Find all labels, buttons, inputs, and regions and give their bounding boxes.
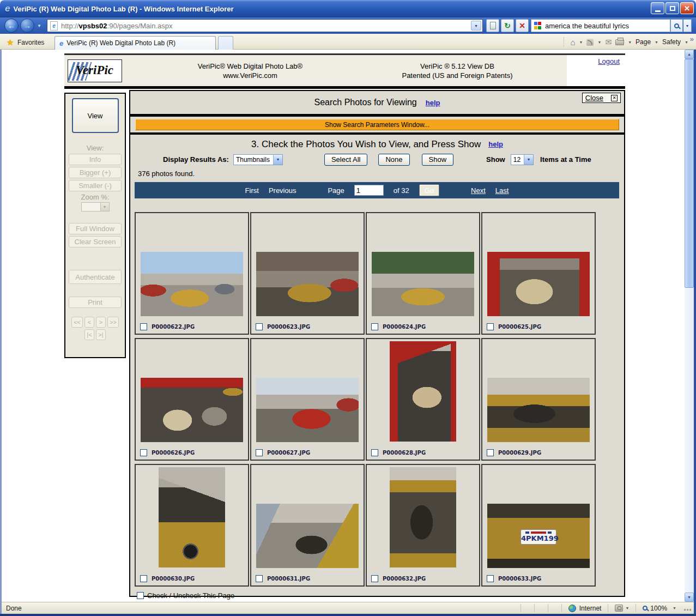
page-number-input[interactable] (354, 185, 384, 196)
bigger-button[interactable]: Bigger (+) (69, 167, 122, 178)
check-uncheck-page-checkbox[interactable] (137, 592, 144, 599)
photo-thumbnail[interactable] (256, 378, 359, 442)
safety-menu-button[interactable]: Safety (662, 38, 681, 46)
show-button[interactable]: Show (422, 154, 454, 166)
nav-forward-button[interactable]: > (96, 317, 106, 328)
clear-screen-button[interactable]: Clear Screen (69, 236, 122, 247)
photo-thumbnail[interactable] (141, 252, 243, 316)
smaller-button[interactable]: Smaller (-) (69, 180, 122, 191)
none-button[interactable]: None (378, 154, 409, 166)
page-dropdown-icon[interactable]: ▼ (655, 40, 658, 44)
show-search-parameters-button[interactable]: Show Search Parameters Window... (135, 119, 619, 130)
protected-mode-dropdown-icon[interactable]: ▼ (625, 606, 629, 610)
page-menu-button[interactable]: Page (636, 38, 651, 46)
photo-thumbnail[interactable] (159, 467, 225, 567)
minimize-button[interactable] (651, 2, 664, 14)
back-button[interactable]: ← (4, 19, 19, 33)
go-button[interactable]: Go (419, 184, 439, 196)
info-button[interactable]: Info (69, 154, 122, 165)
tab-veripic[interactable]: e VeriPic (R) Web Digital Photo Lab (R) (55, 36, 216, 50)
search-box[interactable]: america the beautiful lyrics (531, 19, 670, 32)
scroll-down-button[interactable]: ▼ (685, 593, 694, 602)
home-button[interactable]: ⌂ (570, 38, 575, 47)
photo-checkbox[interactable] (371, 323, 378, 330)
favorites-button[interactable]: Favorites (17, 39, 44, 46)
zoom-dropdown-icon[interactable]: ▼ (673, 606, 676, 610)
photo-checkbox[interactable] (256, 449, 263, 456)
toolbar-overflow-chevron[interactable]: » (690, 35, 694, 43)
compatibility-view-button[interactable] (486, 19, 499, 32)
page-viewport: VeriPic VeriPic® Web Digital Photo Lab® … (2, 50, 685, 602)
photo-checkbox[interactable] (487, 449, 494, 456)
title-help-link[interactable]: help (426, 99, 440, 107)
url-text[interactable]: http://vpsbs02:90/pages/Main.aspx (61, 22, 173, 30)
print-dropdown-icon[interactable]: ▼ (628, 40, 632, 44)
zoom-select[interactable]: ▼ (81, 202, 110, 212)
print-photo-button[interactable]: Print (69, 297, 122, 308)
nav-first-button[interactable]: |< (84, 329, 94, 340)
photo-checkbox[interactable] (256, 323, 263, 330)
refresh-button[interactable]: ↻ (501, 19, 514, 32)
vertical-scrollbar[interactable]: ▲ ▼ (685, 50, 694, 602)
authenticate-button[interactable]: Authenticate (69, 270, 122, 284)
items-per-page-select[interactable]: 12 ▼ (511, 154, 534, 165)
photo-checkbox[interactable] (256, 575, 263, 582)
photo-thumbnail[interactable] (256, 252, 359, 316)
photo-thumbnail[interactable] (487, 378, 590, 442)
forward-button[interactable]: → (20, 19, 34, 33)
feeds-button[interactable] (586, 39, 594, 46)
favorites-star-icon[interactable]: ★ (7, 38, 14, 47)
read-mail-button[interactable]: ✉ (605, 38, 612, 46)
photo-thumbnail[interactable] (390, 341, 456, 442)
photo-checkbox[interactable] (371, 449, 378, 456)
title-bar[interactable]: e VeriPic (R) Web Digital Photo Lab (R) … (0, 0, 696, 17)
scrollbar-thumb[interactable] (685, 59, 694, 288)
photo-thumbnail[interactable]: 4PKM199 (487, 504, 590, 568)
search-button[interactable] (670, 19, 683, 32)
pager-last-link[interactable]: Last (495, 186, 509, 195)
stop-button[interactable]: ✕ (516, 19, 529, 32)
nav-fast-back-button[interactable]: << (71, 317, 83, 328)
feeds-dropdown-icon[interactable]: ▼ (597, 40, 601, 44)
photo-checkbox[interactable] (140, 323, 147, 330)
step-help-link[interactable]: help (488, 140, 503, 148)
photo-thumbnail[interactable] (372, 252, 474, 316)
close-panel-x-icon[interactable]: ✕ (611, 95, 618, 101)
maximize-button[interactable] (665, 2, 679, 14)
nav-fast-forward-button[interactable]: >> (107, 317, 119, 328)
new-tab-stub[interactable] (218, 36, 233, 50)
photo-thumbnail[interactable] (487, 252, 590, 316)
photo-thumbnail[interactable] (390, 467, 456, 567)
home-dropdown-icon[interactable]: ▼ (579, 40, 583, 44)
close-window-button[interactable]: ✕ (680, 2, 694, 14)
safety-dropdown-icon[interactable]: ▼ (685, 40, 688, 44)
photo-thumbnail[interactable] (141, 378, 243, 442)
search-options-dropdown[interactable]: ▼ (683, 19, 692, 32)
photo-checkbox[interactable] (487, 575, 494, 582)
nav-last-button[interactable]: >| (96, 329, 106, 340)
address-dropdown-button[interactable]: ▼ (471, 21, 481, 31)
display-results-select[interactable]: Thumbnails ▼ (233, 154, 283, 165)
photo-checkbox[interactable] (487, 323, 494, 330)
zoom-level[interactable]: 100% (650, 605, 667, 612)
close-panel-button[interactable]: Close ✕ (582, 93, 621, 103)
photo-checkbox[interactable] (371, 575, 378, 582)
print-button[interactable] (615, 39, 624, 45)
resize-grip[interactable] (684, 609, 692, 611)
select-all-button[interactable]: Select All (324, 154, 367, 166)
photo-checkbox[interactable] (140, 449, 147, 456)
scroll-up-button[interactable]: ▲ (685, 50, 694, 59)
view-button[interactable]: View (72, 98, 119, 133)
photo-thumbnail[interactable] (256, 504, 359, 568)
nav-back-button[interactable]: < (84, 317, 94, 328)
address-bar[interactable]: e http://vpsbs02:90/pages/Main.aspx ▼ (47, 19, 483, 32)
full-window-button[interactable]: Full Window (69, 223, 122, 234)
pager-previous[interactable]: Previous (269, 186, 296, 195)
search-query[interactable]: america the beautiful lyrics (545, 22, 629, 30)
protected-mode-icon[interactable] (615, 605, 623, 612)
photo-checkbox[interactable] (140, 575, 147, 582)
logout-link[interactable]: Logout (598, 57, 620, 65)
history-dropdown-icon[interactable]: ▼ (37, 23, 41, 28)
pager-first[interactable]: First (245, 186, 259, 195)
pager-next-link[interactable]: Next (471, 186, 486, 195)
